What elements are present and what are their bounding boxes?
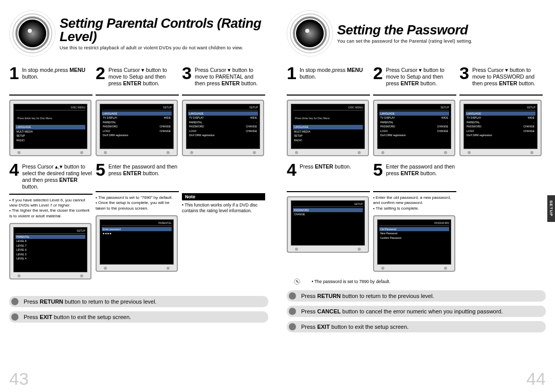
step-number: 3 xyxy=(459,66,469,81)
step-text: Enter the password and then press ENTER … xyxy=(386,162,456,177)
footer-hint: Press RETURN button to return to the pre… xyxy=(9,296,268,307)
footer-hint: Press EXIT button to exit the setup scre… xyxy=(287,321,546,332)
step-text: Press Cursor ▾ button to move to Setup a… xyxy=(386,66,456,87)
step-notes: If you have selected Level 6, you cannot… xyxy=(9,198,92,219)
speaker-icon xyxy=(287,10,333,57)
step-2: 2 Press Cursor ▾ button to move to Setup… xyxy=(373,66,456,156)
tv-screenshot: SETUP LANGUAGETV DISPLAYWIDEPARENTAL-PAS… xyxy=(182,100,264,156)
step-4: 4 Press ENTER button. SETUP PASSWORDCHAN… xyxy=(287,162,370,272)
step-number: 1 xyxy=(287,66,297,81)
step-2: 2 Press Cursor ▾ button to move to Setup… xyxy=(96,66,179,156)
bullet-icon xyxy=(289,308,296,315)
note-label: Note xyxy=(182,193,265,200)
tv-screenshot: SETUP PASSWORDCHANGE xyxy=(287,196,369,253)
note-column: Note • This function works only if a DVD… xyxy=(182,162,265,279)
tv-screenshot: PASSWORD Old PasswordNew PasswordConfirm… xyxy=(373,215,455,272)
bullet-icon xyxy=(289,323,296,330)
speaker-icon xyxy=(9,10,55,57)
tv-screenshot: SETUP LANGUAGETV DISPLAYWIDEPARENTAL-PAS… xyxy=(459,100,542,156)
note-icon: ✎ xyxy=(294,278,300,285)
bullet-text: Press EXIT button to exit the setup scre… xyxy=(301,324,409,330)
page-subtitle: Use this to restrict playback of adult o… xyxy=(60,45,268,50)
step-number: 1 xyxy=(9,66,19,81)
step-text: Press Cursor ▾ button to move to PASSWOR… xyxy=(472,66,543,87)
page-44: Setting the Password You can set the pas… xyxy=(278,0,555,392)
step-number: 4 xyxy=(287,162,297,177)
page-number: 44 xyxy=(526,369,546,389)
step-4: 4 Press Cursor ▴,▾ button to select the … xyxy=(9,162,92,279)
footer-hint: Press RETURN button to return to the pre… xyxy=(287,290,546,302)
step-notes: The password is set to "7890" by default… xyxy=(96,195,179,211)
page-title: Setting Parental Controls (Rating Level) xyxy=(60,16,268,43)
note-body: • This function works only if a DVD disc… xyxy=(182,202,265,214)
step-number: 3 xyxy=(182,66,192,81)
tv-screenshot: SETUP LANGUAGETV DISPLAYWIDEPARENTAL-PAS… xyxy=(373,100,455,156)
bullet-text: Press CANCEL button to cancel the error … xyxy=(301,308,503,314)
step-number: 2 xyxy=(373,66,383,81)
step-5: 5 Enter the password and then press ENTE… xyxy=(373,162,456,272)
page-43: Setting Parental Controls (Rating Level)… xyxy=(0,0,278,392)
footer-hint: Press CANCEL button to cancel the error … xyxy=(287,306,546,317)
step-1: 1 In stop mode,press MENU button. DISC M… xyxy=(9,66,92,156)
bullet-text: Press RETURN button to return to the pre… xyxy=(24,298,157,305)
page-title: Setting the Password xyxy=(337,23,546,36)
step-number: 2 xyxy=(96,66,105,81)
footer-hint: Press EXIT button to exit the setup scre… xyxy=(9,311,268,323)
bullet-icon xyxy=(11,313,18,321)
step-1: 1 In stop mode,press MENU button. DISC M… xyxy=(287,66,370,156)
footnote-row: ✎ • The password is set to 7890 by defau… xyxy=(294,276,546,285)
blank-column xyxy=(459,162,543,272)
step-number: 5 xyxy=(96,162,105,177)
title-row: Setting Parental Controls (Rating Level)… xyxy=(9,10,268,57)
steps-grid: 1 In stop mode,press MENU button. DISC M… xyxy=(287,66,546,272)
side-tab-setup: SETUP xyxy=(547,195,555,222)
tv-screenshot: DISC MENU Press Enter key for Disc MenuL… xyxy=(287,100,369,156)
footer-bullets: Press RETURN button to return to the pre… xyxy=(9,296,268,323)
tv-screenshot: PARENTAL Enter password■ ■ ■ ■ xyxy=(96,215,178,272)
step-5: 5 Enter the password and then press ENTE… xyxy=(96,162,179,279)
tv-screenshot: SETUP LANGUAGETV DISPLAYWIDEPARENTAL-PAS… xyxy=(96,100,178,156)
step-text: Press ENTER button. xyxy=(300,162,351,170)
step-text: Press Cursor ▴,▾ button to select the de… xyxy=(22,162,92,191)
steps-grid: 1 In stop mode,press MENU button. DISC M… xyxy=(9,66,268,279)
bullet-icon xyxy=(289,292,296,300)
tv-screenshot: SETUP PARENTALLEVEL 8LEVEL 7LEVEL 6LEVEL… xyxy=(9,223,91,279)
step-3: 3 Press Cursor ▾ button to move to PASSW… xyxy=(459,66,543,156)
step-text: Enter the password and then press ENTER … xyxy=(108,162,179,177)
bullet-text: Press EXIT button to exit the setup scre… xyxy=(24,314,131,320)
step-text: In stop mode,press MENU button. xyxy=(300,66,370,80)
page-subtitle: You can set the password for the Parenta… xyxy=(337,39,546,44)
bullet-text: Press RETURN button to return to the pre… xyxy=(301,293,434,299)
footnote: • The password is set to 7890 by default… xyxy=(311,279,390,284)
step-3: 3 Press Cursor ▾ button to move to PAREN… xyxy=(182,66,265,156)
title-row: Setting the Password You can set the pas… xyxy=(287,10,546,57)
step-text: Press Cursor ▾ button to move to Setup a… xyxy=(108,66,179,87)
step-number: 4 xyxy=(9,162,19,177)
footer-bullets: Press RETURN button to return to the pre… xyxy=(287,290,546,332)
step-text: In stop mode,press MENU button. xyxy=(22,66,92,80)
page-number: 43 xyxy=(9,369,29,389)
step-number: 5 xyxy=(373,162,383,177)
tv-screenshot: DISC MENU Press Enter key for Disc MenuL… xyxy=(9,100,91,156)
step-notes: Enter the old password, a new password, … xyxy=(373,195,456,211)
bullet-icon xyxy=(11,298,18,305)
step-text: Press Cursor ▾ button to move to PARENTA… xyxy=(195,66,265,87)
